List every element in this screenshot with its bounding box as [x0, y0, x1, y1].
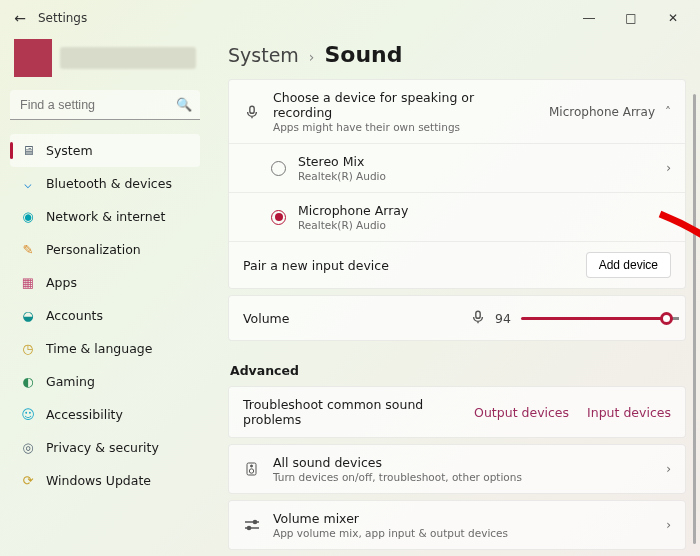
input-device-card: Choose a device for speaking or recordin…	[228, 79, 686, 289]
microphone-icon[interactable]	[471, 310, 485, 327]
sidebar-item-label: Bluetooth & devices	[46, 176, 172, 191]
title-bar: ← Settings ― □ ✕	[0, 0, 700, 36]
add-device-button[interactable]: Add device	[586, 252, 671, 278]
slider-thumb[interactable]	[660, 312, 673, 325]
search-input[interactable]	[10, 90, 200, 120]
svg-point-4	[251, 465, 253, 467]
sidebar-item-bluetooth[interactable]: ⌵Bluetooth & devices	[10, 167, 200, 200]
svg-point-3	[249, 469, 253, 473]
chevron-right-icon[interactable]: ›	[666, 161, 671, 175]
sidebar-item-label: Windows Update	[46, 473, 151, 488]
brush-icon: ✎	[20, 242, 36, 257]
volume-card: Volume 94	[228, 295, 686, 341]
sidebar-item-label: Accounts	[46, 308, 103, 323]
sidebar-item-label: Personalization	[46, 242, 141, 257]
advanced-header: Advanced	[228, 347, 686, 386]
sidebar-item-network[interactable]: ◉Network & internet	[10, 200, 200, 233]
maximize-button[interactable]: □	[610, 4, 652, 32]
apps-icon: ▦	[20, 275, 36, 290]
sidebar-item-label: System	[46, 143, 93, 158]
svg-point-6	[247, 526, 250, 529]
account-name-redacted	[60, 47, 196, 69]
search-icon: 🔍	[176, 97, 192, 112]
clock-icon: ◷	[20, 341, 36, 356]
radio-selected-icon[interactable]	[271, 210, 286, 225]
scrollbar[interactable]	[693, 94, 696, 544]
radio-unselected-icon[interactable]	[271, 161, 286, 176]
sidebar-item-accessibility[interactable]: ☺Accessibility	[10, 398, 200, 431]
output-devices-link[interactable]: Output devices	[474, 405, 569, 420]
microphone-icon	[243, 105, 261, 119]
device-driver: Realtek(R) Audio	[298, 219, 654, 231]
accounts-icon: ◒	[20, 308, 36, 323]
input-devices-link[interactable]: Input devices	[587, 405, 671, 420]
row-title: All sound devices	[273, 455, 654, 470]
sidebar-item-privacy[interactable]: ◎Privacy & security	[10, 431, 200, 464]
shield-icon: ◎	[20, 440, 36, 455]
back-button[interactable]: ←	[6, 10, 34, 26]
all-sound-devices-card[interactable]: All sound devices Turn devices on/off, t…	[228, 444, 686, 494]
input-device-header[interactable]: Choose a device for speaking or recordin…	[229, 80, 685, 143]
system-icon: 🖥	[20, 143, 36, 158]
gaming-icon: ◐	[20, 374, 36, 389]
pair-label: Pair a new input device	[243, 258, 574, 273]
minimize-button[interactable]: ―	[568, 4, 610, 32]
troubleshoot-label: Troubleshoot common sound problems	[243, 397, 462, 427]
svg-rect-1	[476, 311, 480, 318]
sidebar-item-label: Apps	[46, 275, 77, 290]
row-subtitle: Turn devices on/off, troubleshoot, other…	[273, 471, 654, 483]
window-title: Settings	[38, 11, 87, 25]
troubleshoot-card: Troubleshoot common sound problems Outpu…	[228, 386, 686, 438]
bluetooth-icon: ⌵	[20, 176, 36, 191]
volume-mixer-card[interactable]: Volume mixer App volume mix, app input &…	[228, 500, 686, 550]
sidebar-item-apps[interactable]: ▦Apps	[10, 266, 200, 299]
close-button[interactable]: ✕	[652, 4, 694, 32]
svg-rect-0	[250, 106, 254, 113]
breadcrumb-root[interactable]: System	[228, 44, 299, 66]
page-title: Sound	[324, 42, 402, 67]
sidebar-item-label: Privacy & security	[46, 440, 159, 455]
selected-device-label: Microphone Array	[549, 105, 655, 119]
breadcrumb: System › Sound	[228, 36, 686, 79]
chevron-right-icon: ›	[309, 49, 315, 65]
speaker-icon	[243, 462, 261, 476]
chevron-right-icon[interactable]: ›	[666, 210, 671, 224]
update-icon: ⟳	[20, 473, 36, 488]
device-option-stereo-mix[interactable]: Stereo Mix Realtek(R) Audio ›	[229, 143, 685, 192]
sidebar: 🔍 🖥System ⌵Bluetooth & devices ◉Network …	[0, 36, 210, 556]
row-title: Volume mixer	[273, 511, 654, 526]
sidebar-item-gaming[interactable]: ◐Gaming	[10, 365, 200, 398]
sidebar-item-update[interactable]: ⟳Windows Update	[10, 464, 200, 497]
volume-slider[interactable]	[521, 317, 671, 320]
device-name: Microphone Array	[298, 203, 654, 218]
sidebar-item-label: Time & language	[46, 341, 152, 356]
mixer-icon	[243, 518, 261, 532]
sidebar-item-system[interactable]: 🖥System	[10, 134, 200, 167]
volume-value: 94	[495, 311, 511, 326]
device-option-mic-array[interactable]: Microphone Array Realtek(R) Audio ›	[229, 192, 685, 241]
device-driver: Realtek(R) Audio	[298, 170, 654, 182]
account-header[interactable]	[10, 36, 200, 80]
avatar	[14, 39, 52, 77]
row-title: Choose a device for speaking or recordin…	[273, 90, 537, 120]
nav-list: 🖥System ⌵Bluetooth & devices ◉Network & …	[10, 134, 200, 497]
sidebar-item-label: Network & internet	[46, 209, 165, 224]
device-name: Stereo Mix	[298, 154, 654, 169]
sidebar-item-accounts[interactable]: ◒Accounts	[10, 299, 200, 332]
row-subtitle: Apps might have their own settings	[273, 121, 537, 133]
accessibility-icon: ☺	[20, 407, 36, 422]
sidebar-item-time[interactable]: ◷Time & language	[10, 332, 200, 365]
chevron-right-icon: ›	[666, 518, 671, 532]
svg-point-5	[253, 520, 256, 523]
chevron-right-icon: ›	[666, 462, 671, 476]
row-subtitle: App volume mix, app input & output devic…	[273, 527, 654, 539]
main-content: System › Sound Choose a device for speak…	[210, 36, 700, 556]
wifi-icon: ◉	[20, 209, 36, 224]
pair-device-row: Pair a new input device Add device	[229, 241, 685, 288]
sidebar-item-personalization[interactable]: ✎Personalization	[10, 233, 200, 266]
volume-label: Volume	[243, 311, 459, 326]
chevron-up-icon: ˄	[665, 105, 671, 119]
sidebar-item-label: Gaming	[46, 374, 95, 389]
sidebar-item-label: Accessibility	[46, 407, 123, 422]
